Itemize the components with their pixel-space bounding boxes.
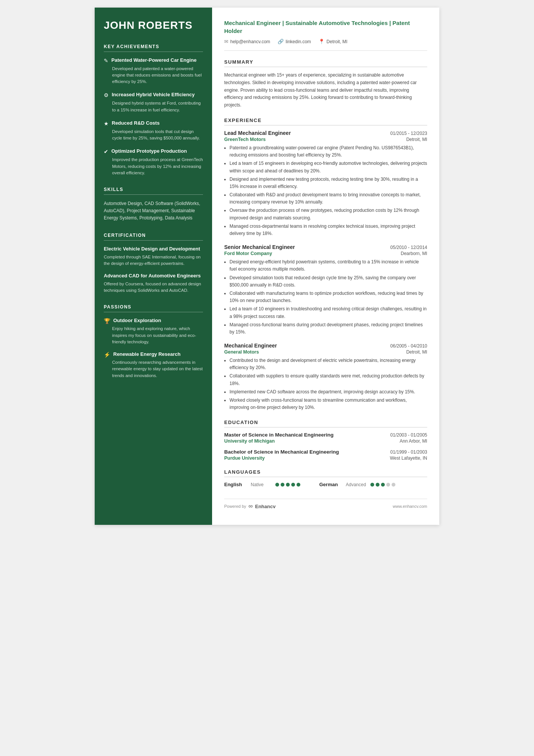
location-icon: 📍 [319,39,325,44]
exp-1-bullets: Designed energy-efficient hybrid powertr… [224,258,427,336]
passions-title: PASSIONS [104,304,203,312]
sidebar: JOHN ROBERTS KEY ACHIEVEMENTS ✎ Patented… [95,8,212,525]
edu-entry-1: Bachelor of Science in Mechanical Engine… [224,449,427,461]
passion-0-title: Outdoor Exploration [113,318,161,324]
exp-1-bullet-0: Designed energy-efficient hybrid powertr… [230,258,427,273]
outdoor-icon: 🏆 [104,318,110,324]
edu-0-school: University of Michigan [224,438,275,444]
dot [392,483,395,487]
passion-1-desc: Continuously researching advancements in… [104,359,203,379]
exp-0-bullet-1: Led a team of 15 engineers in developing… [230,160,427,174]
language-1-level: Advanced [346,482,367,487]
education-title: EDUCATION [224,419,427,427]
cert-1-title: Advanced CAD for Automotive Engineers [104,273,203,279]
dot [386,483,390,487]
passion-0-desc: Enjoy hiking and exploring nature, which… [104,326,203,345]
exp-2-bullets: Contributed to the design and developmen… [224,357,427,411]
linkedin-text: linkedin.com [286,39,311,44]
exp-2-bullet-3: Worked closely with cross-functional tea… [230,397,427,411]
exp-1-bullet-2: Collaborated with manufacturing teams to… [230,290,427,304]
exp-0-bullet-4: Oversaw the production process of new pr… [230,207,427,221]
exp-2-bullet-0: Contributed to the design and developmen… [230,357,427,371]
main-content: Mechanical Engineer | Sustainable Automo… [212,8,439,525]
dot [281,483,284,487]
passion-1: ⚡ Renewable Energy Research Continuously… [104,351,203,379]
exp-1-company: Ford Motor Company [224,251,272,256]
production-icon: ✔ [104,149,108,155]
exp-entry-0: Lead Mechanical Engineer 01/2015 - 12/20… [224,130,427,237]
edu-0-dates: 01/2003 - 01/2005 [390,432,427,438]
language-0-name: English [224,482,247,487]
achievement-0-desc: Developed and patented a water-powered e… [104,66,203,85]
cert-0: Electric Vehicle Design and Development … [104,246,203,267]
dot [297,483,300,487]
passions-section: PASSIONS 🏆 Outdoor Exploration Enjoy hik… [104,304,203,379]
cert-0-title: Electric Vehicle Design and Development [104,246,203,252]
contact-email: ✉ help@enhancv.com [224,39,270,44]
achievement-1-title: Increased Hybrid Vehicle Efficiency [112,92,195,98]
cert-0-desc: Completed through SAE International, foc… [104,254,203,267]
exp-2-location: Detroit, MI [406,349,427,355]
footer: Powered by ∞ Enhancv www.enhancv.com [224,499,427,510]
exp-0-company: GreenTech Motors [224,137,266,142]
achievement-1-desc: Designed hybrid systems at Ford, contrib… [104,100,203,113]
exp-0-bullets: Patented a groundbreaking water-powered … [224,144,427,237]
dot [370,483,374,487]
experience-section: EXPERIENCE Lead Mechanical Engineer 01/2… [224,117,427,411]
exp-0-location: Detroit, MI [406,137,427,142]
language-0: English Native [224,482,300,487]
exp-2-company: General Motors [224,349,259,355]
exp-1-dates: 05/2010 - 12/2014 [390,245,427,250]
achievement-0-title: Patented Water-Powered Car Engine [111,57,197,64]
exp-2-bullet-2: Implemented new CAD software across the … [230,388,427,396]
languages-section: LANGUAGES English Native German Advance [224,469,427,487]
exp-0-dates: 01/2015 - 12/2023 [390,131,427,136]
enhancv-logo: Enhancv [255,504,276,509]
dot [286,483,290,487]
language-1-dots [370,483,395,487]
achievement-1: ⚙ Increased Hybrid Vehicle Efficiency De… [104,92,203,113]
skills-text: Automotive Design, CAD Software (SolidWo… [104,200,203,222]
location-text: Detroit, MI [326,39,347,44]
achievement-2: ★ Reduced R&D Costs Developed simulation… [104,120,203,142]
dot [381,483,385,487]
energy-icon: ⚡ [104,352,110,358]
patent-icon: ✎ [104,58,108,64]
languages-row: English Native German Advanced [224,482,427,487]
efficiency-icon: ⚙ [104,92,109,98]
summary-title: SUMMARY [224,59,427,67]
candidate-name: JOHN ROBERTS [104,19,203,32]
achievement-3-desc: Improved the production process at Green… [104,157,203,176]
exp-1-bullet-3: Led a team of 10 engineers in troublesho… [230,305,427,320]
exp-entry-1: Senior Mechanical Engineer 05/2010 - 12/… [224,244,427,336]
main-title: Mechanical Engineer | Sustainable Automo… [224,19,427,35]
exp-0-bullet-0: Patented a groundbreaking water-powered … [230,144,427,159]
exp-1-bullet-1: Developed simulation tools that reduced … [230,274,427,289]
edu-entry-0: Master of Science in Mechanical Engineer… [224,432,427,444]
powered-by-text: Powered by [224,504,246,509]
edu-1-location: West Lafayette, IN [390,455,428,461]
passion-1-title: Renewable Energy Research [113,351,181,358]
cost-icon: ★ [104,121,109,127]
exp-1-location: Dearborn, MI [401,251,427,256]
achievements-title: KEY ACHIEVEMENTS [104,44,203,52]
skills-title: SKILLS [104,187,203,195]
education-section: EDUCATION Master of Science in Mechanica… [224,419,427,461]
language-0-dots [275,483,300,487]
achievement-2-desc: Developed simulation tools that cut desi… [104,128,203,142]
achievement-3-title: Optimized Prototype Production [111,148,187,155]
languages-title: LANGUAGES [224,469,427,477]
edu-0-location: Ann Arbor, MI [400,438,427,444]
exp-2-title: Mechanical Engineer [224,343,277,349]
exp-2-dates: 06/2005 - 04/2010 [390,343,427,349]
edu-1-school: Purdue University [224,455,265,461]
exp-0-bullet-3: Collaborated with R&D and product develo… [230,191,427,206]
achievement-2-title: Reduced R&D Costs [112,120,159,127]
resume-container: JOHN ROBERTS KEY ACHIEVEMENTS ✎ Patented… [95,8,439,525]
edu-1-degree: Bachelor of Science in Mechanical Engine… [224,449,339,455]
main-header: Mechanical Engineer | Sustainable Automo… [224,19,427,51]
email-text: help@enhancv.com [230,39,270,44]
dot [291,483,295,487]
achievement-3: ✔ Optimized Prototype Production Improve… [104,148,203,176]
exp-0-title: Lead Mechanical Engineer [224,130,291,136]
